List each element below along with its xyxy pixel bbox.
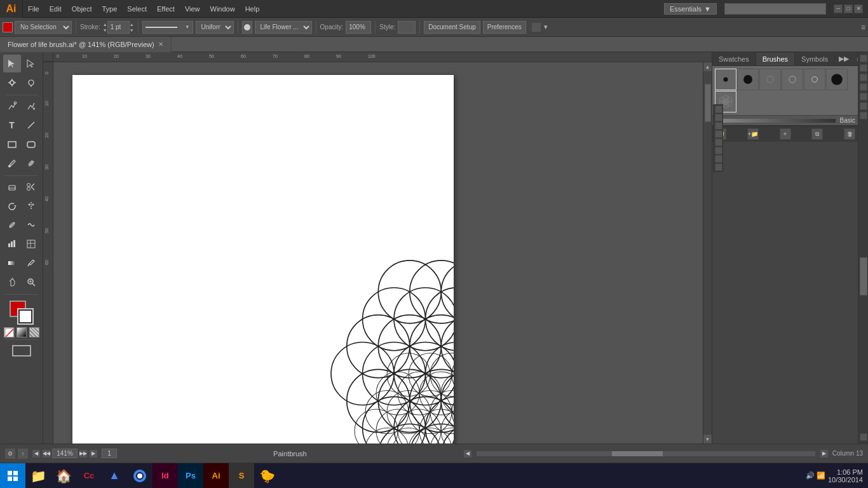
dock-icon-3[interactable] — [715, 122, 722, 130]
menu-effect[interactable]: Effect — [152, 0, 180, 18]
canvas-vertical-scrollbar[interactable]: ▲ ▼ — [703, 62, 712, 444]
menu-window[interactable]: Window — [205, 0, 240, 18]
menu-type[interactable]: Type — [97, 0, 123, 18]
right-strip-btn-2[interactable] — [860, 64, 867, 72]
maximize-button[interactable]: □ — [844, 4, 853, 13]
bottom-scroll-thumb[interactable] — [612, 451, 663, 456]
symbols-tab[interactable]: Symbols — [795, 53, 835, 65]
zoom-up-button[interactable]: ▶ — [89, 449, 98, 458]
gradient-box[interactable] — [17, 327, 27, 337]
taskbar-illustrator[interactable]: Ai — [203, 463, 229, 489]
stroke-box[interactable] — [17, 308, 34, 325]
right-vscroll-thumb[interactable] — [860, 257, 867, 295]
panel-new-brush-button[interactable]: + — [780, 128, 791, 140]
menu-help[interactable]: Help — [240, 0, 265, 18]
taskbar-adobe-cc[interactable]: Cc — [76, 463, 102, 489]
zoom-last-button[interactable]: ▶▶ — [79, 449, 88, 458]
eraser-tool[interactable] — [3, 178, 21, 196]
menu-edit[interactable]: Edit — [44, 0, 67, 18]
add-anchor-tool[interactable] — [22, 97, 40, 115]
zoom-input[interactable]: 141% — [52, 449, 78, 458]
taskbar-indesign[interactable]: Id — [153, 463, 178, 489]
right-strip-btn-1[interactable] — [860, 55, 867, 62]
none-box[interactable] — [4, 327, 14, 337]
dock-icon-4[interactable] — [715, 130, 722, 138]
rounded-rect-tool[interactable] — [22, 135, 40, 153]
rotate-tool[interactable] — [3, 197, 21, 215]
arrange-icon-1[interactable] — [531, 22, 541, 32]
brush-swatch-1[interactable] — [715, 69, 736, 90]
right-strip-btn-7[interactable] — [860, 112, 867, 119]
uniform-dropdown[interactable]: Uniform — [196, 21, 234, 34]
hand-tool[interactable] — [3, 273, 21, 291]
taskbar-chrome[interactable] — [127, 463, 153, 489]
selection-tool[interactable] — [3, 55, 21, 72]
status-icon-1[interactable]: ⚙ — [5, 449, 15, 459]
taskbar-file-explorer[interactable]: 📁 — [25, 463, 51, 489]
right-strip-btn-4[interactable] — [860, 83, 867, 91]
arrange-dropdown-arrow[interactable]: ▼ — [543, 24, 549, 30]
document-tab-active[interactable]: Flower of life brush.ai* @ 141% (RGB/Pre… — [0, 37, 172, 52]
taskbar-start-button[interactable] — [0, 463, 25, 489]
vscroll-down-button[interactable]: ▼ — [703, 435, 712, 444]
dock-icon-7[interactable] — [715, 155, 722, 163]
brush-swatch-5[interactable] — [804, 69, 825, 90]
right-strip-btn-bottom[interactable] — [860, 433, 867, 441]
eyedropper-tool[interactable] — [22, 254, 40, 272]
preferences-button[interactable]: Preferences — [483, 21, 526, 34]
dock-icon-6[interactable] — [715, 147, 722, 154]
direct-selection-tool[interactable] — [22, 55, 40, 72]
options-menu-icon[interactable]: ≡ — [861, 23, 865, 32]
line-tool[interactable] — [22, 116, 40, 134]
dock-icon-8[interactable] — [715, 163, 722, 171]
swatches-tab[interactable]: Swatches — [712, 53, 756, 65]
vscroll-thumb[interactable] — [705, 84, 711, 122]
essentials-button[interactable]: Essentials ▼ — [664, 3, 717, 15]
pattern-box[interactable] — [29, 327, 39, 337]
brush-swatch-3[interactable] — [759, 69, 781, 90]
gradient-tool[interactable] — [3, 254, 21, 272]
taskbar-slideshow[interactable]: S — [229, 463, 254, 489]
stroke-value-input[interactable]: 1 pt — [107, 21, 130, 34]
right-strip-btn-5[interactable] — [860, 93, 867, 100]
brush-swatch-2[interactable] — [737, 69, 759, 90]
canvas-document[interactable] — [72, 75, 454, 444]
paintbrush-tool[interactable] — [3, 154, 21, 172]
warp-tool[interactable] — [22, 216, 40, 234]
bottom-scrollbar[interactable] — [476, 451, 816, 457]
menu-object[interactable]: Object — [67, 0, 97, 18]
scroll-left-button[interactable]: ◀ — [463, 449, 472, 458]
type-tool[interactable]: T — [3, 116, 21, 134]
lasso-tool[interactable] — [22, 74, 40, 92]
zoom-first-button[interactable]: ◀◀ — [42, 449, 51, 458]
scissors-tool[interactable] — [22, 178, 40, 196]
pen-tool[interactable] — [3, 97, 21, 115]
vscroll-up-button[interactable]: ▲ — [703, 62, 712, 71]
scroll-right-button[interactable]: ▶ — [820, 449, 829, 458]
right-strip-btn-6[interactable] — [860, 102, 867, 110]
zoom-down-button[interactable]: ◀ — [32, 449, 41, 458]
fill-color-indicator[interactable] — [3, 22, 13, 32]
panel-new-folder-button[interactable]: +📁 — [747, 128, 759, 140]
bar-graph-tool[interactable] — [3, 235, 21, 253]
stroke-spinner[interactable]: ▲▼ — [103, 22, 107, 33]
width-tool[interactable] — [3, 216, 21, 234]
stroke-unit-spinner[interactable]: ▲▼ — [130, 22, 134, 33]
panel-delete-button[interactable]: 🗑 — [844, 128, 855, 140]
document-tab-close-button[interactable]: ✕ — [158, 37, 163, 52]
dock-icon-5[interactable] — [715, 139, 722, 146]
document-setup-button[interactable]: Document Setup — [424, 21, 480, 34]
close-button[interactable]: ✕ — [854, 4, 863, 13]
panel-expand-button[interactable]: ▶▶ — [835, 52, 853, 65]
taskbar-photoshop[interactable]: Ps — [178, 463, 203, 489]
blob-brush-tool[interactable] — [22, 154, 40, 172]
brushes-tab[interactable]: Brushes — [756, 53, 795, 65]
dock-icon-2[interactable] — [715, 114, 722, 121]
brush-swatch-4[interactable] — [782, 69, 803, 90]
style-preview[interactable] — [398, 21, 416, 34]
stroke-style-dropdown[interactable]: ▼ — [142, 21, 193, 34]
reflect-tool[interactable] — [22, 197, 40, 215]
rectangle-tool[interactable] — [3, 135, 21, 153]
status-icon-2[interactable]: ↑ — [18, 449, 28, 459]
panel-duplicate-button[interactable]: ⧉ — [811, 128, 823, 140]
